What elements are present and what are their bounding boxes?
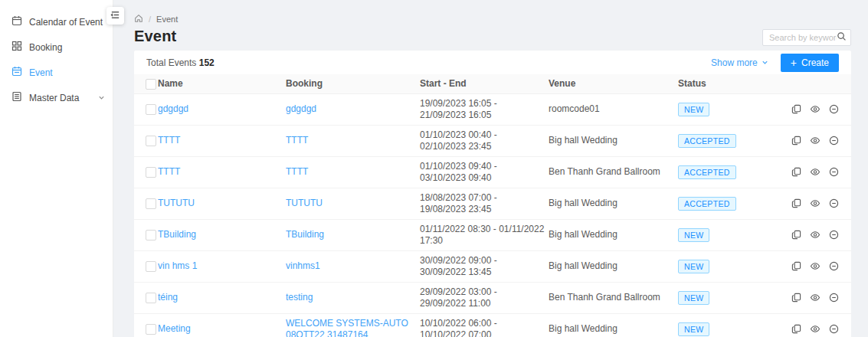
- venue-cell: Big hall Wedding: [549, 188, 678, 219]
- event-name-link[interactable]: Meeting: [158, 323, 191, 334]
- row-checkbox[interactable]: [146, 230, 156, 240]
- start-end-cell: 01/11/2022 08:30 - 01/11/2022 17:30: [420, 219, 549, 250]
- row-checkbox[interactable]: [146, 293, 156, 303]
- sidebar-item-master-data[interactable]: Master Data: [0, 85, 113, 110]
- booking-link[interactable]: TUTUTU: [286, 198, 323, 208]
- sidebar-item-calendar-of-event[interactable]: Calendar of Event: [0, 9, 113, 34]
- booking-link[interactable]: gdgdgd: [286, 103, 316, 114]
- total-events-count: 152: [199, 57, 215, 68]
- column-header-start-end: Start - End: [420, 74, 549, 93]
- eye-icon[interactable]: [810, 104, 821, 114]
- minus-circle-icon[interactable]: [829, 230, 839, 240]
- search-icon[interactable]: [837, 31, 847, 44]
- copy-icon[interactable]: [791, 293, 801, 303]
- event-name-link[interactable]: gdgdgd: [158, 103, 188, 114]
- eye-icon[interactable]: [810, 198, 821, 208]
- show-more-label: Show more: [711, 57, 758, 68]
- row-checkbox[interactable]: [146, 198, 156, 209]
- column-header-status: Status: [678, 74, 785, 93]
- sidebar-item-event[interactable]: Event: [0, 60, 113, 85]
- eye-icon[interactable]: [810, 230, 821, 240]
- booking-grid-icon: [11, 41, 22, 54]
- row-checkbox[interactable]: [146, 324, 156, 335]
- event-name-link[interactable]: TBuilding: [158, 229, 196, 240]
- column-header-actions: [785, 74, 851, 93]
- select-all-checkbox[interactable]: [146, 79, 156, 90]
- row-checkbox[interactable]: [146, 261, 156, 272]
- venue-cell: Big hall Wedding: [549, 125, 678, 156]
- events-table: Name Booking Start - End Venue Status gd…: [134, 74, 851, 337]
- status-badge: NEW: [678, 291, 709, 305]
- start-end-cell: 10/10/2022 06:00 - 10/10/2022 07:00: [420, 313, 549, 337]
- copy-icon[interactable]: [791, 198, 801, 208]
- sidebar-collapse-button[interactable]: [106, 7, 124, 25]
- minus-circle-icon[interactable]: [829, 324, 839, 334]
- copy-icon[interactable]: [791, 167, 801, 177]
- table-header-row: Name Booking Start - End Venue Status: [134, 74, 851, 93]
- table-row: TTTT TTTT 01/10/2023 00:40 - 02/10/2023 …: [134, 125, 851, 156]
- home-icon[interactable]: [134, 14, 143, 25]
- search-box: [762, 29, 851, 46]
- copy-icon[interactable]: [791, 230, 801, 240]
- breadcrumb-current: Event: [156, 15, 178, 24]
- event-name-link[interactable]: TTTT: [158, 166, 180, 177]
- chevron-down-icon: [98, 93, 105, 103]
- sidebar-item-label: Event: [29, 67, 53, 78]
- booking-link[interactable]: vinhms1: [286, 260, 320, 271]
- minus-circle-icon[interactable]: [829, 136, 839, 146]
- booking-link[interactable]: TTTT: [286, 135, 308, 146]
- row-checkbox[interactable]: [146, 104, 156, 115]
- calendar-icon: [11, 15, 22, 28]
- minus-circle-icon[interactable]: [829, 261, 839, 271]
- booking-link[interactable]: TTTT: [286, 166, 308, 177]
- master-data-icon: [11, 91, 22, 104]
- eye-icon[interactable]: [810, 324, 821, 334]
- status-badge: NEW: [678, 103, 709, 116]
- venue-cell: Big hall Wedding: [549, 313, 678, 337]
- venue-cell: Big hall Wedding: [549, 250, 678, 282]
- copy-icon[interactable]: [791, 324, 801, 334]
- chevron-down-icon: [762, 57, 768, 68]
- page-title: Event: [113, 25, 868, 45]
- copy-icon[interactable]: [791, 136, 801, 146]
- booking-link[interactable]: TBuilding: [286, 229, 324, 240]
- table-row: téing testing 29/09/2022 03:00 - 29/09/2…: [134, 282, 851, 313]
- event-name-link[interactable]: téing: [158, 292, 178, 303]
- eye-icon[interactable]: [810, 293, 821, 303]
- start-end-cell: 01/10/2023 09:40 - 03/10/2023 09:40: [420, 156, 549, 188]
- event-list-card: Total Events 152 Show more + Create Nam: [134, 51, 851, 337]
- eye-icon[interactable]: [810, 167, 821, 177]
- table-row: vin hms 1 vinhms1 30/09/2022 09:00 - 30/…: [134, 250, 851, 282]
- status-badge: NEW: [678, 260, 709, 273]
- row-checkbox[interactable]: [146, 136, 156, 146]
- minus-circle-icon[interactable]: [829, 167, 839, 177]
- venue-cell: roomcode01: [549, 93, 678, 125]
- minus-circle-icon[interactable]: [829, 198, 839, 208]
- minus-circle-icon[interactable]: [829, 104, 839, 114]
- start-end-cell: 30/09/2022 09:00 - 30/09/2022 13:45: [420, 250, 549, 282]
- row-checkbox[interactable]: [146, 167, 156, 178]
- table-row: TTTT TTTT 01/10/2023 09:40 - 03/10/2023 …: [134, 156, 851, 188]
- breadcrumb-separator: /: [149, 15, 151, 24]
- venue-cell: Ben Thanh Grand Ballroom: [549, 156, 678, 188]
- booking-link[interactable]: WELCOME SYSTEMS-AUTO 08OTT22 31487164: [286, 318, 408, 337]
- event-calendar-icon: [11, 66, 22, 79]
- table-row: gdgdgd gdgdgd 19/09/2023 16:05 - 21/09/2…: [134, 93, 851, 125]
- booking-link[interactable]: testing: [286, 292, 313, 303]
- event-name-link[interactable]: TUTUTU: [158, 198, 195, 208]
- event-name-link[interactable]: vin hms 1: [158, 260, 197, 271]
- event-name-link[interactable]: TTTT: [158, 135, 180, 146]
- sidebar-item-booking[interactable]: Booking: [0, 34, 113, 60]
- minus-circle-icon[interactable]: [829, 293, 839, 303]
- search-input[interactable]: [769, 33, 837, 42]
- main-content: / Event Event Total Events 152 Show more…: [113, 0, 868, 337]
- column-header-name: Name: [158, 74, 286, 93]
- copy-icon[interactable]: [791, 104, 801, 114]
- breadcrumb: / Event: [113, 0, 868, 25]
- show-more-button[interactable]: Show more: [711, 57, 768, 68]
- eye-icon[interactable]: [810, 261, 821, 271]
- eye-icon[interactable]: [810, 136, 821, 146]
- copy-icon[interactable]: [791, 261, 801, 271]
- sidebar-item-label: Booking: [29, 42, 62, 53]
- create-button[interactable]: + Create: [781, 54, 839, 72]
